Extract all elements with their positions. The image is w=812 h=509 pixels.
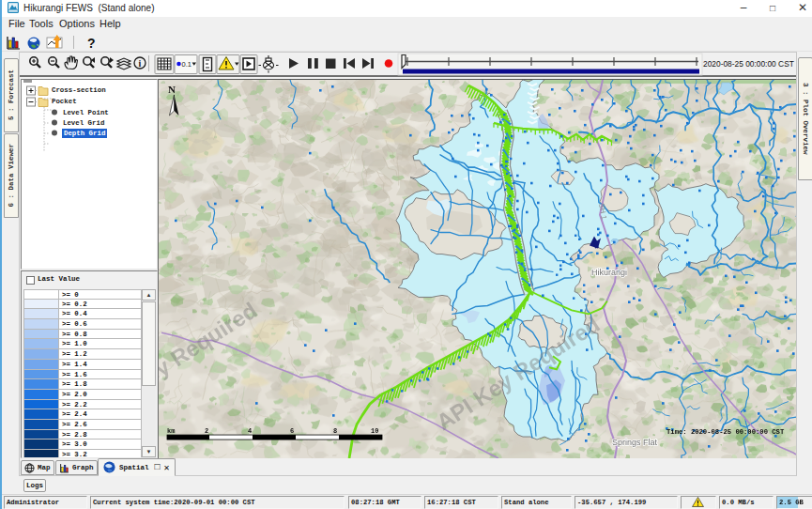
svg-text:10: 10	[371, 427, 378, 435]
svg-text:km: km	[167, 427, 175, 435]
svg-text:6: 6	[290, 427, 294, 435]
svg-text:N: N	[168, 84, 176, 95]
svg-text:Time: 2020-08-25 00:00:00 CST: Time: 2020-08-25 00:00:00 CST	[666, 428, 785, 436]
svg-text:i: i	[139, 58, 142, 69]
svg-text:Springs Flat: Springs Flat	[612, 438, 657, 447]
svg-text:2020-08-25 00:00:00 CST: 2020-08-25 00:00:00 CST	[703, 59, 794, 69]
svg-text:?: ?	[87, 36, 96, 51]
svg-text:0.1: 0.1	[182, 60, 192, 69]
svg-text:4: 4	[248, 427, 252, 435]
svg-text:8: 8	[333, 427, 337, 435]
svg-text:Hikurangi: Hikurangi	[591, 268, 627, 277]
svg-text:2: 2	[205, 427, 208, 435]
